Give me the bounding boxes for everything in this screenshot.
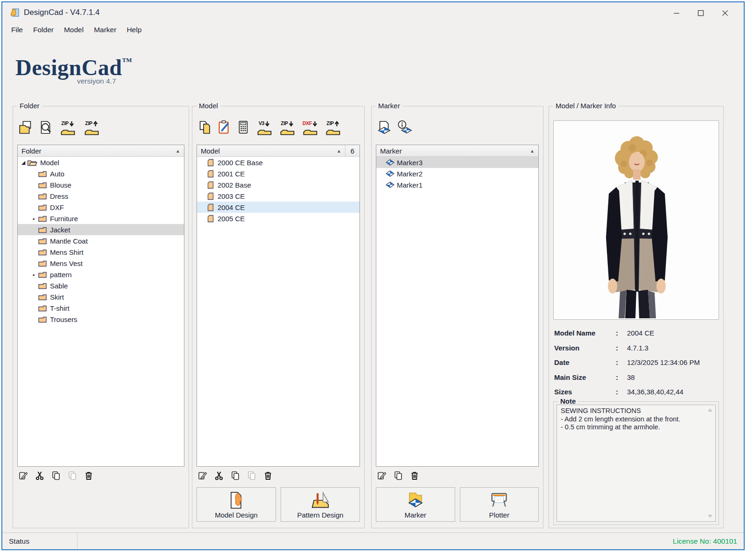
folder-icon bbox=[38, 170, 47, 177]
folder-tree-item[interactable]: T-shirt bbox=[18, 302, 184, 314]
plotter-icon: 4.7 bbox=[488, 490, 510, 511]
folder-name: Model bbox=[40, 159, 59, 167]
zip-import-icon[interactable]: ZIP bbox=[277, 120, 297, 135]
folder-icon bbox=[38, 259, 47, 267]
model-count: 6 bbox=[345, 145, 359, 156]
menu-folder[interactable]: Folder bbox=[28, 23, 59, 37]
cut-icon[interactable] bbox=[35, 470, 45, 481]
field-label: Main Size bbox=[554, 373, 616, 381]
model-list-item[interactable]: 2000 CE Base bbox=[197, 157, 359, 168]
folder-tree-item[interactable]: Jacket bbox=[18, 224, 184, 235]
field-label: Version bbox=[554, 344, 616, 352]
folder-tree-item[interactable]: Mens Shirt bbox=[18, 246, 184, 258]
model-list-item[interactable]: 2003 CE bbox=[197, 190, 359, 202]
folder-tree-item[interactable]: Mens Vest bbox=[18, 258, 184, 269]
rename-icon[interactable] bbox=[377, 470, 387, 481]
folder-tree-item[interactable]: Sable bbox=[18, 280, 184, 291]
marker-info-icon[interactable] bbox=[396, 119, 412, 135]
menu-model[interactable]: Model bbox=[59, 23, 89, 37]
folder-tree-item[interactable]: Blouse bbox=[18, 179, 184, 190]
pattern-design-button[interactable]: Pattern Design bbox=[281, 487, 360, 522]
cut-icon[interactable] bbox=[214, 470, 224, 481]
model-list-header[interactable]: Model ▲ 6 bbox=[197, 145, 359, 157]
maximize-button[interactable] bbox=[689, 5, 713, 21]
menu-file[interactable]: File bbox=[6, 23, 28, 37]
dxf-import-icon[interactable]: DXF bbox=[300, 120, 320, 135]
menu-help[interactable]: Help bbox=[121, 23, 147, 37]
v3-import-icon[interactable]: V3 bbox=[254, 120, 274, 135]
menu-marker[interactable]: Marker bbox=[89, 23, 121, 37]
rename-icon[interactable] bbox=[18, 470, 28, 481]
folder-tree-item[interactable]: Auto bbox=[18, 168, 184, 179]
folder-list-header[interactable]: Folder ▲ bbox=[18, 145, 184, 157]
model-action-buttons: Model Design Pattern Design bbox=[197, 487, 360, 522]
folder-tree-item[interactable]: DXF bbox=[18, 202, 184, 213]
model-list-item[interactable]: 2001 CE bbox=[197, 168, 359, 179]
arrow-down-icon bbox=[312, 120, 317, 127]
marker-diamond-icon bbox=[386, 159, 395, 166]
marker-list-item[interactable]: Marker1 bbox=[376, 179, 538, 190]
folder-name: Dress bbox=[50, 192, 68, 200]
close-button[interactable] bbox=[713, 5, 737, 21]
scroll-up-icon[interactable] bbox=[708, 408, 712, 412]
copy-icon[interactable] bbox=[51, 470, 61, 481]
marker-button[interactable]: Marker bbox=[376, 487, 455, 522]
tree-collapsed-icon[interactable]: ▸ bbox=[30, 216, 38, 221]
folder-tree-item[interactable]: Skirt bbox=[18, 291, 184, 302]
tree-expanded-icon[interactable]: ◢ bbox=[20, 160, 27, 166]
marker-list-item[interactable]: Marker3 bbox=[376, 157, 538, 168]
model-rows: 2000 CE Base 2001 CE 2002 Base 2003 CE 2… bbox=[197, 157, 359, 466]
marker-list-header[interactable]: Marker ▲ bbox=[376, 145, 538, 157]
folder-tree-item[interactable]: Trousers bbox=[18, 314, 184, 325]
info-fields: Model Name : 2004 CE Version : 4.7.1.3 D… bbox=[554, 326, 719, 399]
scroll-down-icon[interactable] bbox=[708, 515, 712, 518]
delete-icon[interactable] bbox=[409, 470, 420, 481]
license-number: License No: 400101 bbox=[673, 533, 737, 549]
model-list-item[interactable]: 2004 CE bbox=[197, 202, 359, 213]
field-label: Model Name bbox=[554, 329, 616, 337]
plotter-button[interactable]: 4.7 Plotter bbox=[460, 487, 539, 522]
calculator-icon[interactable] bbox=[235, 119, 251, 135]
folder-tree-root[interactable]: ◢ Model bbox=[18, 157, 184, 168]
model-edit-clipboard-icon[interactable] bbox=[216, 119, 232, 135]
info-field-row: Date : 12/3/2025 12:34:06 PM bbox=[554, 355, 719, 370]
rename-icon[interactable] bbox=[197, 470, 208, 481]
copy-icon[interactable] bbox=[230, 470, 240, 481]
field-label: Date bbox=[554, 358, 616, 366]
marker-button-label: Marker bbox=[404, 511, 426, 519]
sort-ascending-icon: ▲ bbox=[337, 148, 341, 154]
zip-import-folder-icon[interactable]: ZIP bbox=[58, 120, 78, 135]
app-icon bbox=[9, 7, 20, 18]
model-design-button[interactable]: Model Design bbox=[197, 487, 276, 522]
copy-model-icon[interactable] bbox=[197, 119, 213, 135]
folder-tree-item[interactable]: Dress bbox=[18, 190, 184, 202]
delete-icon[interactable] bbox=[263, 470, 273, 481]
zip-export-icon[interactable]: ZIP bbox=[323, 120, 343, 135]
tree-collapsed-icon[interactable]: ▸ bbox=[30, 272, 38, 277]
info-panel-legend: Model / Marker Info bbox=[553, 102, 618, 110]
new-marker-icon[interactable] bbox=[376, 119, 392, 135]
model-document-icon bbox=[207, 215, 214, 223]
copy-icon[interactable] bbox=[393, 470, 403, 481]
folder-tree-item[interactable]: ▸ pattern bbox=[18, 269, 184, 280]
marker-folder-icon bbox=[405, 490, 426, 511]
folder-tree-item[interactable]: ▸ Furniture bbox=[18, 213, 184, 224]
folder-name: Auto bbox=[50, 170, 64, 178]
new-folder-icon[interactable] bbox=[18, 119, 34, 135]
logo-brand: DesignCad bbox=[15, 55, 122, 80]
pattern-design-label: Pattern Design bbox=[297, 511, 343, 519]
note-textarea[interactable]: SEWING INSTRUCTIONS - Add 2 cm length ex… bbox=[557, 405, 716, 522]
search-folder-icon[interactable] bbox=[38, 119, 54, 135]
marker-name: Marker3 bbox=[397, 159, 423, 167]
minimize-button[interactable] bbox=[664, 5, 689, 21]
delete-icon[interactable] bbox=[84, 470, 94, 481]
folder-panel-legend: Folder bbox=[17, 102, 42, 110]
model-name: 2005 CE bbox=[218, 215, 245, 223]
folder-tree-item[interactable]: Mantle Coat bbox=[18, 235, 184, 246]
open-folder-icon bbox=[27, 159, 37, 166]
model-list-item[interactable]: 2002 Base bbox=[197, 179, 359, 190]
zip-export-folder-icon[interactable]: ZIP bbox=[82, 120, 101, 135]
model-list-item[interactable]: 2005 CE bbox=[197, 213, 359, 224]
window-controls bbox=[664, 5, 737, 21]
marker-list-item[interactable]: Marker2 bbox=[376, 168, 538, 179]
